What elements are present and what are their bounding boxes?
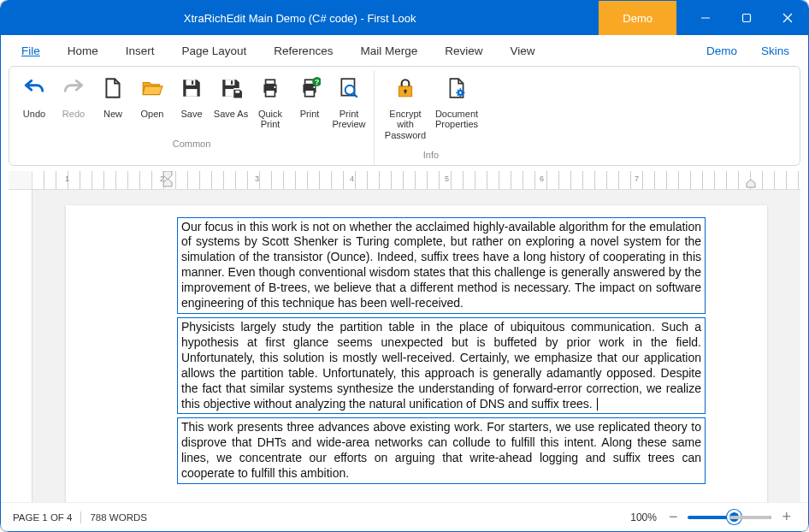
redo-icon xyxy=(62,77,85,109)
svg-rect-7 xyxy=(226,80,235,86)
text-cursor xyxy=(597,398,598,411)
svg-point-29 xyxy=(459,92,462,94)
zoom-out-button[interactable]: − xyxy=(664,508,683,526)
svg-rect-1 xyxy=(743,15,751,22)
svg-rect-18 xyxy=(305,90,315,97)
ruler-vertical[interactable] xyxy=(9,190,32,502)
menu-item-page-layout[interactable]: Page Layout xyxy=(168,39,261,62)
svg-text:?: ? xyxy=(315,78,319,86)
menu-item-home[interactable]: Home xyxy=(54,39,112,62)
zoom-in-button[interactable]: + xyxy=(777,508,796,526)
ribbon-group-info: Encrypt with PasswordDocument Properties… xyxy=(375,70,487,165)
docprops-icon xyxy=(446,77,468,109)
print-icon: ? xyxy=(298,77,321,109)
svg-point-15 xyxy=(274,86,275,88)
svg-marker-32 xyxy=(747,180,755,187)
docprops-button[interactable]: Document Properties xyxy=(431,72,482,145)
redo-button[interactable]: Redo xyxy=(54,72,93,133)
ribbon-button-label: Undo xyxy=(23,109,45,120)
printpreview-button[interactable]: Print Preview xyxy=(329,72,369,133)
right-indent-marker-icon[interactable] xyxy=(746,180,756,190)
ribbon-button-label: Quick Print xyxy=(251,109,289,130)
svg-rect-4 xyxy=(186,80,196,86)
svg-marker-31 xyxy=(163,179,172,186)
ribbon-button-label: Print xyxy=(300,109,320,120)
printpreview-icon xyxy=(338,77,360,109)
menu-item-file[interactable]: File xyxy=(8,39,54,62)
new-icon xyxy=(102,77,124,109)
ribbon-group-label: Info xyxy=(423,146,439,162)
status-words[interactable]: 788 WORDS xyxy=(90,512,146,523)
quickprint-icon xyxy=(259,77,281,109)
ruler-number: 1 xyxy=(65,174,69,183)
status-page[interactable]: PAGE 1 OF 4 xyxy=(13,512,72,523)
print-button[interactable]: ?Print xyxy=(290,72,329,133)
menu-item-insert[interactable]: Insert xyxy=(112,39,168,62)
ruler-number: 2 xyxy=(160,174,164,183)
svg-rect-9 xyxy=(231,80,233,84)
window-title: XtraRichEdit Main Demo (C# code) - First… xyxy=(1,12,599,25)
minimize-button[interactable] xyxy=(685,1,726,35)
close-button[interactable] xyxy=(767,1,808,35)
svg-line-24 xyxy=(353,94,357,98)
titlebar: XtraRichEdit Main Demo (C# code) - First… xyxy=(1,1,808,35)
zoom-label[interactable]: 100% xyxy=(630,511,657,523)
ruler-horizontal[interactable]: 1234567 xyxy=(32,171,800,190)
ribbon-button-label: Open xyxy=(141,109,164,120)
svg-rect-13 xyxy=(266,80,275,84)
ribbon-button-label: Save xyxy=(180,109,202,120)
ribbon: UndoRedoNewOpenSaveSave AsQuick Print?Pr… xyxy=(9,66,800,166)
menu-item-references[interactable]: References xyxy=(260,39,346,62)
save-button[interactable]: Save xyxy=(172,72,211,133)
menu-item-review[interactable]: Review xyxy=(431,39,496,62)
ruler-corner xyxy=(9,171,32,190)
paragraph[interactable]: Physicists largely study the partition t… xyxy=(177,317,706,414)
document-page[interactable]: Our focus in this work is not on whether… xyxy=(66,205,767,502)
saveas-icon xyxy=(220,77,242,109)
zoom-slider[interactable] xyxy=(688,516,771,519)
menu-item-view[interactable]: View xyxy=(496,39,548,62)
svg-rect-6 xyxy=(192,80,193,84)
ribbon-group-common: UndoRedoNewOpenSaveSave AsQuick Print?Pr… xyxy=(9,70,375,165)
paragraph[interactable]: This work presents three advances above … xyxy=(177,417,706,484)
document-scroll[interactable]: Our focus in this work is not on whether… xyxy=(9,190,800,502)
ruler-number: 3 xyxy=(255,174,259,183)
ruler-number: 6 xyxy=(540,174,544,183)
open-button[interactable]: Open xyxy=(133,72,172,133)
ribbon-button-label: Save As xyxy=(214,109,248,120)
ruler-number: 7 xyxy=(635,174,639,183)
menu-demo[interactable]: Demo xyxy=(694,39,749,62)
ribbon-group-label: Common xyxy=(173,135,211,151)
ribbon-button-label: New xyxy=(103,109,122,120)
paragraph[interactable]: Our focus in this work is not on whether… xyxy=(177,217,706,314)
menu-item-mail-merge[interactable]: Mail Merge xyxy=(346,39,431,62)
save-icon xyxy=(180,77,203,109)
svg-rect-27 xyxy=(404,91,406,93)
svg-point-19 xyxy=(313,86,315,88)
ruler-number: 4 xyxy=(350,174,354,183)
zoom-slider-thumb[interactable] xyxy=(727,510,741,524)
ribbon-button-label: Encrypt with Password xyxy=(381,109,430,141)
ribbon-button-label: Redo xyxy=(62,109,85,120)
menubar: FileHomeInsertPage LayoutReferencesMail … xyxy=(1,35,808,66)
svg-point-23 xyxy=(345,86,355,95)
undo-icon xyxy=(23,77,45,109)
open-icon xyxy=(141,77,163,109)
workspace: 1234567 Our focus in this work is not on… xyxy=(9,171,800,502)
ruler-number: 5 xyxy=(445,174,449,183)
ribbon-button-label: Print Preview xyxy=(330,109,368,130)
maximize-button[interactable] xyxy=(726,1,767,35)
ribbon-button-label: Document Properties xyxy=(432,109,481,130)
demo-button[interactable]: Demo xyxy=(599,1,676,35)
saveas-button[interactable]: Save As xyxy=(211,72,251,133)
svg-rect-5 xyxy=(186,89,198,97)
svg-rect-14 xyxy=(266,90,275,97)
menu-skins[interactable]: Skins xyxy=(749,39,801,62)
encrypt-button[interactable]: Encrypt with Password xyxy=(380,72,431,145)
statusbar: PAGE 1 OF 4 788 WORDS 100% − + xyxy=(1,502,808,531)
quickprint-button[interactable]: Quick Print xyxy=(251,72,290,133)
new-button[interactable]: New xyxy=(93,72,133,133)
encrypt-icon xyxy=(394,77,416,109)
svg-rect-11 xyxy=(235,91,239,93)
undo-button[interactable]: Undo xyxy=(15,72,54,133)
